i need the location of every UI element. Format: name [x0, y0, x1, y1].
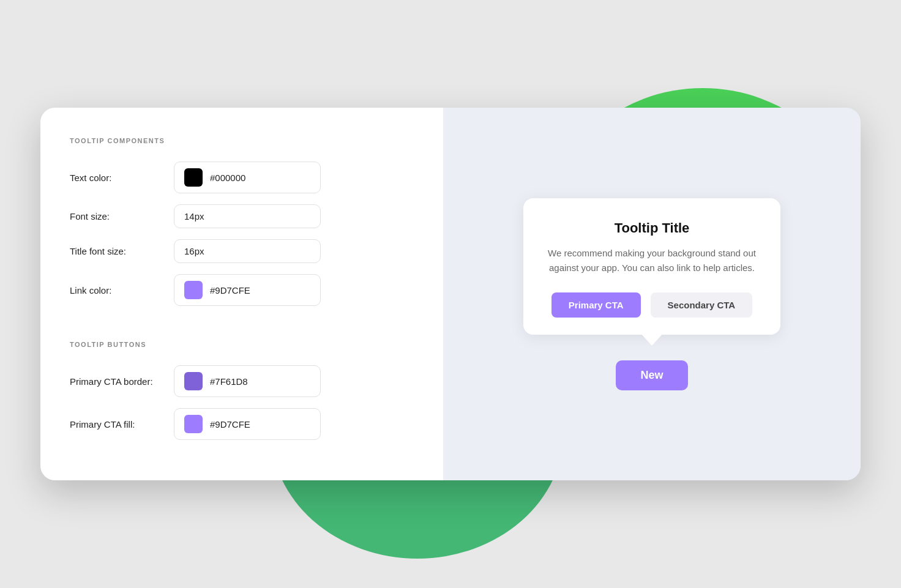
link-color-swatch [184, 281, 203, 299]
new-badge-button[interactable]: New [616, 360, 687, 390]
link-color-row: Link color: #9D7CFE [70, 274, 414, 306]
primary-cta-border-swatch [184, 372, 203, 390]
primary-cta-fill-swatch [184, 415, 203, 433]
primary-cta-fill-label: Primary CTA fill: [70, 419, 174, 430]
primary-cta-border-input[interactable]: #7F61D8 [174, 365, 321, 397]
title-font-size-row: Title font size: 16px [70, 239, 414, 263]
section1-heading: TOOLTIP COMPONENTS [70, 137, 414, 144]
font-size-value: 14px [184, 211, 204, 221]
main-card: TOOLTIP COMPONENTS Text color: #000000 F… [40, 108, 861, 480]
font-size-input[interactable]: 14px [174, 204, 321, 228]
link-color-label: Link color: [70, 285, 174, 296]
title-font-size-label: Title font size: [70, 246, 174, 256]
primary-cta-fill-input[interactable]: #9D7CFE [174, 408, 321, 440]
tooltip-buttons: Primary CTA Secondary CTA [545, 292, 758, 318]
section2-heading: TOOLTIP BUTTONS [70, 341, 414, 348]
primary-cta-button[interactable]: Primary CTA [551, 292, 641, 318]
font-size-label: Font size: [70, 211, 174, 221]
primary-cta-fill-row: Primary CTA fill: #9D7CFE [70, 408, 414, 440]
title-font-size-input[interactable]: 16px [174, 239, 321, 263]
text-color-label: Text color: [70, 173, 174, 183]
divider [70, 323, 414, 324]
secondary-cta-button[interactable]: Secondary CTA [651, 292, 753, 318]
link-color-input[interactable]: #9D7CFE [174, 274, 321, 306]
primary-cta-fill-value: #9D7CFE [210, 419, 250, 430]
tooltip-title: Tooltip Title [545, 220, 758, 236]
link-color-value: #9D7CFE [210, 285, 250, 296]
title-font-size-value: 16px [184, 246, 204, 256]
text-color-row: Text color: #000000 [70, 162, 414, 193]
font-size-row: Font size: 14px [70, 204, 414, 228]
left-panel: TOOLTIP COMPONENTS Text color: #000000 F… [40, 108, 443, 480]
text-color-value: #000000 [210, 173, 245, 183]
right-panel: Tooltip Title We recommend making your b… [443, 108, 861, 480]
text-color-input[interactable]: #000000 [174, 162, 321, 193]
primary-cta-border-value: #7F61D8 [210, 376, 248, 387]
tooltip-body: We recommend making your background stan… [545, 246, 758, 275]
text-color-swatch [184, 168, 203, 187]
primary-cta-border-label: Primary CTA border: [70, 376, 174, 387]
primary-cta-border-row: Primary CTA border: #7F61D8 [70, 365, 414, 397]
tooltip-card: Tooltip Title We recommend making your b… [523, 198, 780, 335]
